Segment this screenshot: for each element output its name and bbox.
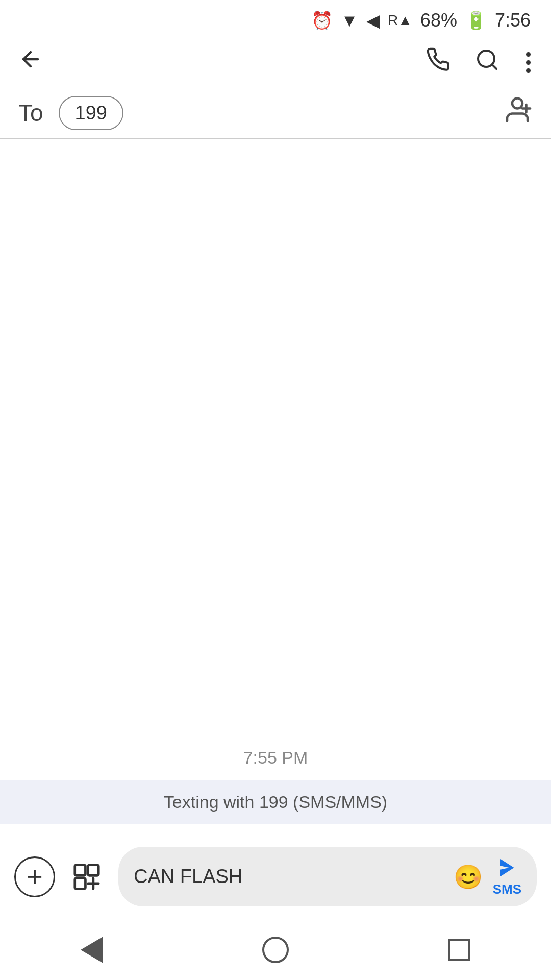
- svg-line-2: [492, 64, 496, 69]
- more-options-button[interactable]: [524, 50, 533, 75]
- more-dot: [526, 52, 531, 57]
- recipient-chip[interactable]: 199: [59, 96, 123, 130]
- input-row: + 😊 SMS: [0, 835, 551, 919]
- more-dot: [526, 60, 531, 65]
- alarm-icon: ⏰: [311, 10, 333, 31]
- message-input[interactable]: [134, 866, 445, 888]
- add-button[interactable]: +: [14, 856, 55, 897]
- status-bar: ⏰ ▼ ◀ R▲ 68% 🔋 7:56: [0, 0, 551, 37]
- battery-icon: 🔋: [465, 10, 487, 31]
- back-nav-icon: [81, 937, 103, 963]
- add-contact-button[interactable]: [502, 94, 533, 131]
- battery-percent: 68%: [420, 10, 457, 31]
- svg-rect-7: [88, 865, 99, 875]
- send-label: SMS: [493, 881, 521, 897]
- svg-marker-9: [500, 859, 514, 877]
- signal-icon: ◀: [366, 10, 380, 31]
- app-bar: [0, 37, 551, 88]
- more-dot: [526, 68, 531, 73]
- svg-rect-6: [75, 865, 86, 875]
- home-nav-icon: [262, 937, 289, 963]
- svg-rect-8: [75, 878, 86, 889]
- roaming-signal-icon: R▲: [388, 12, 412, 29]
- status-time: 7:56: [495, 10, 531, 31]
- to-field: To 199: [0, 88, 551, 139]
- message-area: 7:55 PM Texting with 199 (SMS/MMS): [0, 139, 551, 835]
- to-label: To: [18, 99, 43, 127]
- svg-point-3: [512, 99, 522, 109]
- plus-icon: +: [27, 863, 43, 890]
- message-timestamp: 7:55 PM: [0, 748, 551, 768]
- nav-recents-button[interactable]: [429, 929, 490, 970]
- attachment-button[interactable]: [66, 856, 107, 897]
- texting-info-bar: Texting with 199 (SMS/MMS): [0, 780, 551, 824]
- emoji-button[interactable]: 😊: [454, 863, 483, 891]
- nav-bar: [0, 919, 551, 980]
- nav-back-button[interactable]: [61, 929, 122, 970]
- send-button[interactable]: SMS: [493, 856, 521, 897]
- recents-nav-icon: [448, 939, 470, 961]
- search-button[interactable]: [475, 47, 499, 78]
- back-button[interactable]: [18, 47, 43, 78]
- nav-home-button[interactable]: [245, 929, 306, 970]
- message-input-container: 😊 SMS: [118, 847, 537, 906]
- wifi-icon: ▼: [341, 11, 358, 31]
- phone-button[interactable]: [426, 47, 450, 78]
- app-bar-actions: [426, 47, 533, 78]
